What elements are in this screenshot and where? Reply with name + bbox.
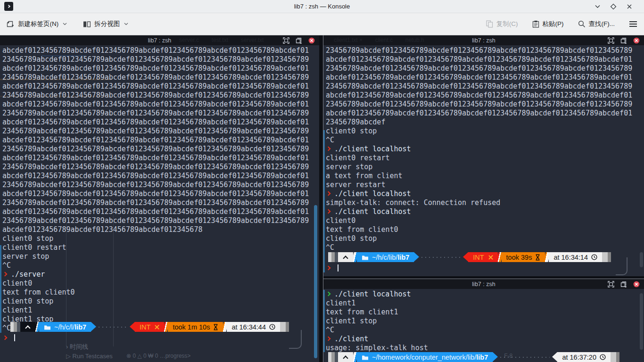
prompt-chevron-icon xyxy=(326,337,331,341)
powerline-arrow-icon xyxy=(493,352,498,362)
terminal-line: 23456789abcdef0123456789abcdef0123456789… xyxy=(326,46,644,55)
prompt-time-segment: at 16:34:14 xyxy=(549,252,602,262)
window-controls xyxy=(594,3,644,10)
prompt-input-line[interactable] xyxy=(323,264,339,273)
pane-header: client1.txt × client.c netub.h lib7 : zs… xyxy=(323,35,644,45)
prompt-status-segment: INT xyxy=(468,252,497,262)
maximize-view-icon[interactable] xyxy=(608,37,614,44)
prompt-status-segment: INT xyxy=(135,322,164,332)
prompt-path: ~/homework/conputer_network/lib/ xyxy=(372,354,476,361)
terminal-line: usage: simplex-talk host xyxy=(326,344,644,353)
split-view-icon xyxy=(83,21,91,28)
terminal-output: 23456789abcdef0123456789abcdef0123456789… xyxy=(323,45,644,252)
search-icon xyxy=(578,20,586,28)
prompt-block xyxy=(335,252,338,262)
caret-up-icon xyxy=(343,355,348,361)
terminal-line: 23456789abcdef0123456789abcdef0123456789… xyxy=(326,100,644,109)
copy-label: 复制(C) xyxy=(496,20,518,28)
pane-splitter-vertical[interactable] xyxy=(319,35,323,362)
chevron-down-icon xyxy=(63,23,67,25)
maximize-icon[interactable] xyxy=(610,3,617,10)
close-pane-icon[interactable] xyxy=(633,37,640,44)
caret-up-icon xyxy=(343,255,348,261)
maximize-view-icon[interactable] xyxy=(283,37,289,44)
new-tab-button[interactable]: 新建标签页(N) xyxy=(7,20,67,28)
close-pane-icon[interactable] xyxy=(633,281,640,288)
terminal-pane-top-right[interactable]: client1.txt × client.c netub.h lib7 : zs… xyxy=(323,35,644,276)
ide-ghost-encoding: F-8 xyxy=(504,353,512,359)
detach-tab-icon[interactable] xyxy=(296,37,302,44)
terminal-line: a text from client xyxy=(326,172,644,181)
ide-ghost-run-testcases: ▷ Run Testcases xyxy=(66,353,113,360)
scrollbar-thumb[interactable] xyxy=(640,293,643,350)
prompt-dotted-filler: F-8 xyxy=(500,357,550,358)
terminal-line: abcdef0123456789abcdef0123456789abcdef01… xyxy=(2,207,319,216)
new-output-marker xyxy=(323,130,325,272)
ide-ghost-outline xyxy=(289,330,302,349)
scrollbar-thumb[interactable] xyxy=(640,252,643,267)
pane-title: lib7 : zsh xyxy=(472,37,495,44)
powerline-arrow-icon xyxy=(130,322,135,331)
terminal-line: 23456789abcdef xyxy=(326,118,644,127)
terminal-pane-bottom-right[interactable]: lib7 : zsh ./client localhostclient1text… xyxy=(323,279,644,362)
prompt-context-segment xyxy=(20,322,35,332)
prompt-block xyxy=(331,352,335,362)
terminal-line: 23456789abcdef0123456789abcdef0123456789… xyxy=(2,145,319,154)
prompt-chevron-icon xyxy=(326,209,331,214)
terminal-line: abcdef0123456789abcdef0123456789abcdef01… xyxy=(326,55,644,64)
terminal-line: 23456789abcdef0123456789abcdef0123456789… xyxy=(2,163,319,172)
prompt-chevron-icon xyxy=(326,292,331,296)
prompt-chevron-icon xyxy=(3,272,8,277)
prompt-path-dir: lib7 xyxy=(476,354,488,361)
prompt-path-dir: lib7 xyxy=(397,254,409,261)
duration-label: took 39s xyxy=(506,254,532,261)
terminal-pane-left[interactable]: server.c test.txt server.txt lib7 : zsh … xyxy=(0,35,319,362)
x-mark-icon xyxy=(155,325,159,329)
clock-icon xyxy=(269,324,275,330)
x-mark-icon xyxy=(488,255,493,260)
prompt-bar: ~/homework/conputer_network/lib/lib7 F-8… xyxy=(328,352,619,362)
detach-tab-icon[interactable] xyxy=(620,37,627,44)
prompt-block xyxy=(616,352,619,362)
ide-ghost-counters: ⊗ 0 △ 0 ₩ 0 …progress> xyxy=(126,353,190,359)
prompt-block xyxy=(328,352,331,362)
prompt-block xyxy=(17,322,20,332)
prompt-path-segment: ~/h/c/lib/lib7 xyxy=(357,252,414,262)
time-label: at 16:34:14 xyxy=(553,254,588,261)
terminal-line: ^C xyxy=(326,326,644,335)
terminal-line: ./client xyxy=(326,335,644,344)
main-toolbar: 新建标签页(N) 拆分视图 复制(C) 粘贴(P) 查找(F)... xyxy=(0,13,644,35)
clock-icon xyxy=(600,354,606,360)
terminal-output: abcdef0123456789abcdef0123456789abcdef01… xyxy=(0,45,319,333)
maximize-view-icon[interactable] xyxy=(608,281,614,288)
prompt-path-dir: lib7 xyxy=(74,323,86,331)
terminal-line: abcdef0123456789abcdef0123456789abcdef01… xyxy=(2,64,319,73)
split-view-button[interactable]: 拆分视图 xyxy=(83,20,128,28)
new-tab-label: 新建标签页(N) xyxy=(18,20,58,28)
copy-button: 复制(C) xyxy=(486,20,518,28)
minimize-icon[interactable] xyxy=(594,3,601,10)
clock-icon xyxy=(591,254,597,260)
menu-button[interactable] xyxy=(629,21,637,27)
new-output-marker xyxy=(0,245,1,333)
terminal-line: abcdef0123456789abcdef0123456789abcdef01… xyxy=(2,154,319,163)
terminal-line: client1 xyxy=(326,299,644,308)
detach-tab-icon[interactable] xyxy=(620,281,627,288)
terminal-line: client0 stop xyxy=(2,234,319,243)
prompt-block xyxy=(611,352,616,362)
close-pane-icon[interactable] xyxy=(308,37,315,44)
prompt-block xyxy=(331,252,335,262)
find-button[interactable]: 查找(F)... xyxy=(578,20,615,28)
terminal-line: ./client localhost xyxy=(326,207,644,216)
terminal-line: 23456789abcdef0123456789abcdef0123456789… xyxy=(326,82,644,91)
text-cursor xyxy=(338,264,339,272)
status-label: INT xyxy=(473,254,484,261)
prompt-input-line[interactable] xyxy=(0,334,15,343)
paste-button[interactable]: 粘贴(P) xyxy=(532,20,564,28)
close-icon[interactable] xyxy=(626,3,633,10)
terminal-line: ^C xyxy=(326,136,644,145)
terminal-line: 23456789abcdef0123456789abcdef0123456789… xyxy=(2,109,319,118)
prompt-context-segment xyxy=(338,252,353,262)
chevron-down-icon xyxy=(124,23,128,25)
scrollbar-thumb[interactable] xyxy=(314,205,317,358)
